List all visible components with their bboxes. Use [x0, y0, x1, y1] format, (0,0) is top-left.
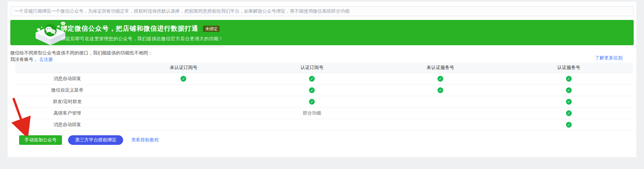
- table-row: 群发/定时群发✓✓: [15, 96, 633, 107]
- table-cell: ✓: [248, 84, 376, 96]
- table-cell: ✓: [376, 73, 505, 84]
- action-bar: 手动添加公众号 第三方平台授权绑定 查看授权教程: [19, 135, 159, 145]
- table-cell: [376, 119, 505, 130]
- feature-label: 微信自定义菜单: [15, 84, 119, 96]
- register-link[interactable]: 去注册: [39, 57, 53, 62]
- table-cell: [119, 119, 248, 130]
- compare-table: 未认证订阅号认证订阅号未认证服务号认证服务号 消息自动回复✓✓✓✓微信自定义菜单…: [15, 62, 633, 131]
- table-cell: ✓: [376, 84, 505, 96]
- table-cell: [119, 96, 248, 107]
- table-row: 消息自动回复✓✓✓✓: [15, 73, 633, 84]
- check-icon: ✓: [309, 76, 315, 82]
- table-cell: [248, 119, 376, 130]
- table-cell: 部分功能: [248, 107, 376, 119]
- table-cell: ✓: [504, 119, 633, 130]
- notice-bar: 一个店铺只能绑定一个微信公众号，为保证所有功能正常，授权时请保持默认选择，把权限…: [10, 6, 634, 16]
- table-cell: [376, 96, 505, 107]
- check-icon: ✓: [566, 76, 572, 82]
- unbound-status-badge: 未绑定: [203, 26, 220, 32]
- banner-subtitle: 绑定后即可在这里管理您的公众号，我们提供比微信官方后台更强大的功能！: [61, 36, 223, 42]
- table-cell: [119, 107, 248, 119]
- compare-table-body: 消息自动回复✓✓✓✓微信自定义菜单✓✓✓群发/定时群发✓✓高级客户管理部分功能✓…: [15, 73, 633, 130]
- feature-label: 群发/定时群发: [15, 96, 119, 107]
- table-row: 高级客户管理部分功能✓: [15, 107, 633, 119]
- table-cell: ✓: [504, 96, 633, 107]
- column-header: 认证服务号: [504, 62, 633, 73]
- view-tutorial-link[interactable]: 查看授权教程: [131, 137, 159, 143]
- feature-label: 高级客户管理: [15, 107, 119, 119]
- manual-add-account-button[interactable]: 手动添加公众号: [19, 135, 62, 145]
- check-icon: ✓: [309, 87, 315, 93]
- check-icon: ✓: [566, 87, 572, 93]
- check-icon: ✓: [309, 99, 315, 105]
- table-cell: [119, 84, 248, 96]
- notice-text: 一个店铺只能绑定一个微信公众号，为保证所有功能正常，授权时请保持默认选择，把权限…: [15, 8, 350, 14]
- column-header-empty: [15, 62, 119, 73]
- table-cell: ✓: [504, 73, 633, 84]
- no-account-text: 我没有账号，: [10, 57, 38, 62]
- intro-text: 微信给不同类型公众号提供不同的接口，我们能提供的功能也不相同：: [10, 50, 153, 56]
- third-party-authorize-button[interactable]: 第三方平台授权绑定: [68, 135, 123, 145]
- column-header: 认证订阅号: [248, 62, 376, 73]
- check-icon: ✓: [566, 99, 572, 105]
- check-icon: ✓: [181, 76, 186, 82]
- table-row: 消息自动回复✓: [15, 119, 633, 130]
- feature-label: 消息自动回复: [15, 119, 119, 130]
- learn-more-link[interactable]: 了解更多区别: [595, 55, 623, 61]
- check-icon: ✓: [437, 87, 443, 93]
- check-icon: ✓: [437, 76, 443, 82]
- table-cell: ✓: [248, 96, 376, 107]
- column-header: 未认证服务号: [376, 62, 505, 73]
- column-header: 未认证订阅号: [119, 62, 248, 73]
- table-row: 微信自定义菜单✓✓✓: [15, 84, 633, 96]
- check-icon: ✓: [566, 110, 572, 116]
- feature-label: 消息自动回复: [15, 73, 119, 84]
- banner-title: 绑定微信公众号，把店铺和微信进行数据打通: [61, 25, 198, 32]
- compare-table-head-row: 未认证订阅号认证订阅号未认证服务号认证服务号: [15, 62, 633, 73]
- table-cell: ✓: [504, 107, 633, 119]
- check-icon: ✓: [566, 122, 572, 128]
- table-cell: ✓: [504, 84, 633, 96]
- no-account-row: 我没有账号， 去注册: [10, 56, 53, 63]
- table-cell: [376, 107, 505, 119]
- table-cell: ✓: [248, 73, 376, 84]
- wechat-bind-banner: 绑定微信公众号，把店铺和微信进行数据打通 未绑定 绑定后即可在这里管理您的公众号…: [10, 20, 634, 45]
- table-cell: ✓: [119, 73, 248, 84]
